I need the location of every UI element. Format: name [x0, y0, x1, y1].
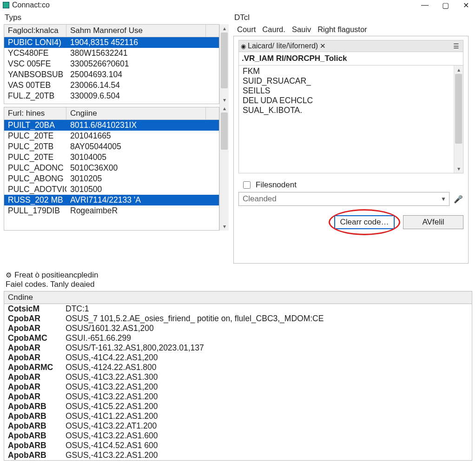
table-row[interactable]: CpobAROSUS_7 101,5.2.AE_osies_firiend_ p… [4, 314, 472, 324]
table-row[interactable]: ApobARBGSUS,-41C3.22.AS1.200 [4, 450, 472, 460]
window-title: Connact:co [12, 1, 50, 9]
table-row[interactable]: ApobAROSUS,-41C3.22.AS1.300 [4, 372, 472, 382]
bottom-table-body[interactable]: CotsicMDTC:1CpobAROSUS_7 101,5.2.AE_osie… [4, 304, 472, 461]
table-row[interactable]: ApobARBOSUS,-41C1.22.AS1.200 [4, 411, 472, 421]
sub-tab-bar: ◉ Laicard/ Iite/\ifornerd) ✕ ☰ [238, 40, 463, 52]
table-row[interactable]: CpobAMCGSUI.-651.66.299 [4, 333, 472, 343]
type-list-header-a[interactable]: Faglocl:knalca [4, 25, 66, 37]
tab-court[interactable]: Court [234, 24, 258, 35]
table-row[interactable]: VAS 00TEB230066.14.54 [4, 80, 219, 91]
table-row[interactable]: PUBIC LONI4)1904,8315 452116 [4, 37, 219, 48]
engine-list[interactable]: Furl: hines Cngiine PUILT_20BA8011.6/841… [4, 107, 219, 231]
table-row[interactable]: PULL_179DIBRogeaimbeR [4, 205, 219, 216]
app-icon [3, 2, 9, 8]
menu-icon[interactable]: ☰ [451, 42, 461, 50]
state-select-value: Cleanded [243, 194, 277, 204]
table-row[interactable]: VSC 005FE33005266?0601 [4, 59, 219, 69]
table-row[interactable]: ApobARBOSUS,-41C3.22.AS1.600 [4, 431, 472, 441]
filesnodent-checkbox[interactable] [243, 181, 251, 189]
list-item[interactable]: SEILLS [243, 86, 450, 96]
record-icon: ◉ [241, 43, 246, 50]
avfelil-label: AVfelil [423, 218, 444, 227]
table-row[interactable]: PULC_ABONG3010205 [4, 173, 219, 184]
engine-list-scrollbar[interactable]: ▴ ▾ [219, 104, 229, 231]
tab-sauiv[interactable]: Sauiv [289, 24, 314, 35]
table-row[interactable]: PULC_ADOTVIC3010500 [4, 184, 219, 195]
titlebar: Connact:co — ▢ ✕ [0, 0, 476, 10]
type-list-header-b[interactable]: Sahm Mannerof Use [66, 25, 206, 37]
sub-tab-label[interactable]: Laicard/ Iite/\ifornerd) [248, 42, 318, 50]
window-controls: — ▢ ✕ [415, 0, 476, 10]
tab-bar: Court Caurd. Sauiv Right flagustor [233, 24, 469, 35]
table-row[interactable]: YCS480FE380W15632241 [4, 48, 219, 59]
filesnodent-label: Filesnodent [256, 180, 297, 190]
engine-list-header-a[interactable]: Furl: hines [4, 107, 66, 119]
avfelil-button[interactable]: AVfelil [403, 215, 463, 229]
scroll-down-icon[interactable]: ▾ [220, 96, 229, 104]
scroll-down-icon[interactable]: ▾ [220, 222, 229, 231]
table-row[interactable]: ApobAROSUS,-41C3.22.AS1,200 [4, 382, 472, 392]
table-row[interactable]: ApobAROSUS,-41C4.22.AS1,200 [4, 353, 472, 363]
clear-code-label: Clearr code… [340, 218, 389, 227]
table-row[interactable]: FUL.Z_20TB330009.6.504 [4, 91, 219, 101]
table-row[interactable]: PULC_20TВ8AY05044005 [4, 141, 219, 152]
table-row[interactable]: ApobARBOSUS,-41C3.22.AT1.200 [4, 421, 472, 431]
list-item[interactable]: SUAL_K.IBOTA. [243, 106, 450, 115]
table-row[interactable]: ApobAROSUS,-41C3.22.AS1.200 [4, 392, 472, 402]
tab-caurd[interactable]: Caurd. [259, 24, 288, 35]
table-row[interactable]: RUSS_202 MBAVRI7114/22133 'A [4, 195, 219, 205]
table-row[interactable]: PULC_20TE201041665 [4, 131, 219, 141]
status-line-1: ⚙ Freat ò positieancpledin [0, 269, 476, 280]
close-button[interactable]: ✕ [456, 0, 476, 10]
table-row[interactable]: ApobAROSUS/T-161.32.AS1,800,2023.01,137 [4, 343, 472, 353]
minimize-button[interactable]: — [415, 0, 435, 10]
clear-code-button[interactable]: Clearr code… [334, 215, 395, 229]
dtc-panel: ◉ Laicard/ Iite/\ifornerd) ✕ ☰ .VR_IAM R… [233, 36, 469, 264]
scroll-up-icon[interactable]: ▴ [220, 24, 229, 33]
list-item[interactable]: SUID_RSUACAR_ [243, 76, 450, 86]
status-line-2: Faiel codes. Tanly deaied [0, 280, 476, 291]
table-row[interactable]: PULC_ADONC5010C36X00 [4, 163, 219, 173]
close-tab-icon[interactable]: ✕ [320, 42, 326, 50]
chevron-down-icon: ▼ [441, 196, 446, 202]
file-list-scrollbar[interactable]: ▴ ▾ [454, 66, 463, 173]
scroll-up-icon[interactable]: ▴ [220, 104, 229, 112]
bottom-table-header[interactable]: Cndine [4, 291, 472, 304]
scroll-up-icon[interactable]: ▴ [454, 66, 463, 74]
maximize-button[interactable]: ▢ [435, 0, 456, 10]
sub-header: .VR_IAM RI/NORCPH_Tolick [238, 52, 463, 66]
dtc-label: DTcl [233, 12, 469, 24]
table-row[interactable]: PULC_20TE30104005 [4, 152, 219, 163]
table-row[interactable]: ApobAROSUS/1601.32.AS1,200 [4, 324, 472, 333]
mic-icon[interactable]: 🎤 [453, 194, 463, 204]
type-list-scrollbar[interactable]: ▴ ▾ [219, 24, 229, 104]
table-row[interactable]: ApobARBOSUS,-41C5.22.AS1.200 [4, 402, 472, 411]
file-list[interactable]: FKMSUID_RSUACAR_SEILLSDEL UDA ECHCLCSUAL… [238, 66, 463, 173]
engine-list-header-b[interactable]: Cngiine [66, 107, 206, 119]
list-item[interactable]: DEL UDA ECHCLC [243, 96, 450, 106]
state-select[interactable]: Cleanded ▼ [238, 192, 450, 206]
tab-right-flagustor[interactable]: Right flagustor [315, 24, 370, 35]
table-row[interactable]: CotsicMDTC:1 [4, 304, 472, 314]
gear-icon: ⚙ [6, 271, 12, 279]
table-row[interactable]: ApobARBOSUS,-41C4.52.AS1 600 [4, 441, 472, 450]
list-item[interactable]: FKM [243, 66, 450, 76]
scroll-down-icon[interactable]: ▾ [454, 165, 463, 173]
table-row[interactable]: YANBSOBSUB25004693.104 [4, 69, 219, 80]
table-row[interactable]: ApobARMCOSUS,-4124.22.AS1.800 [4, 363, 472, 372]
table-row[interactable]: PUILT_20BA8011.6/8410231IX [4, 120, 219, 131]
type-label: Typs [4, 12, 229, 24]
type-list[interactable]: Faglocl:knalca Sahm Mannerof Use PUBIC L… [4, 24, 219, 104]
